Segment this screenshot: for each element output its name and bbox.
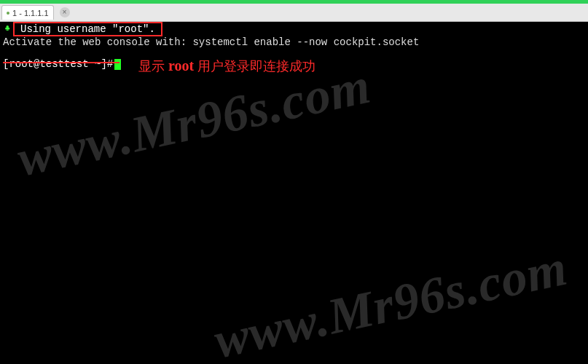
shell-prompt: [root@testtest ~]# <box>3 58 113 70</box>
terminal-line-1: Using username "root". <box>17 23 158 35</box>
tab-label: 1 - 1.1.1.1 <box>12 9 49 17</box>
highlighted-login-line: Using username "root". <box>13 22 162 36</box>
tab-close-button[interactable]: × <box>60 7 70 17</box>
highlight-underline <box>3 62 119 63</box>
terminal-cursor <box>114 59 121 70</box>
annotation-bold: root <box>168 58 194 74</box>
watermark-1: www.Mr96s.com <box>17 79 371 165</box>
watermark-2: www.Mr96s.com <box>214 261 568 347</box>
session-tab[interactable]: 1 - 1.1.1.1 <box>1 5 54 20</box>
annotation-prefix: 显示 <box>138 59 168 74</box>
annotation-text: 显示 root 用户登录即连接成功 <box>138 60 315 72</box>
session-dot-icon <box>7 12 9 15</box>
terminal-area[interactable]: ♣ Using username "root". Activate the we… <box>0 22 588 364</box>
terminal-line-2: Activate the web console with: systemctl… <box>0 36 588 48</box>
session-icon: ♣ <box>1 23 13 33</box>
tab-bar: 1 - 1.1.1.1 × <box>0 4 588 22</box>
annotation-suffix: 用户登录即连接成功 <box>194 59 315 74</box>
